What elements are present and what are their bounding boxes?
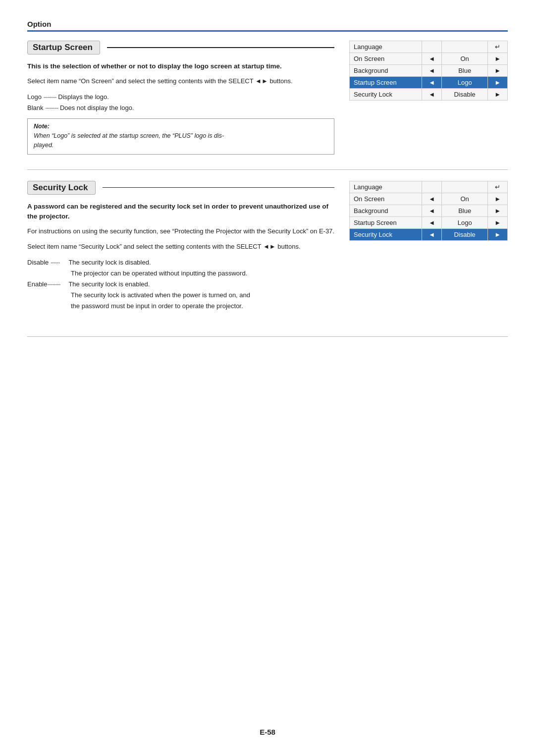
security-lock-list: Disable ······· The security lock is dis…	[27, 257, 334, 312]
menu-cell-language-name-1: Language	[350, 41, 422, 53]
startup-screen-bold: This is the selection of whether or not …	[27, 61, 334, 71]
security-lock-menu: Language ↵ On Screen ◄ On ► Background ◄	[349, 181, 508, 241]
startup-screen-title: Startup Screen	[27, 41, 100, 54]
menu-row-onscreen-2: On Screen ◄ On ►	[350, 193, 508, 205]
menu-cell-background-name-1: Background	[350, 65, 422, 77]
menu-cell-startupscreen-arrowleft-2: ◄	[422, 216, 442, 228]
startup-screen-para1: Select item name “On Screen” and select …	[27, 76, 334, 87]
menu-cell-startupscreen-value-1: Logo	[442, 77, 488, 89]
startup-screen-title-line	[107, 47, 334, 48]
menu-cell-startupscreen-name-1: Startup Screen	[350, 77, 422, 89]
menu-cell-startupscreen-name-2: Startup Screen	[350, 216, 422, 228]
page-number: E-58	[260, 728, 275, 736]
select-arrows-2: ◄►	[263, 243, 276, 250]
list-indent-enable2	[27, 301, 67, 312]
list-label-disable: Disable ·······	[27, 257, 67, 268]
menu-cell-startupscreen-arrowleft-1: ◄	[422, 77, 442, 89]
security-lock-list-disable: Disable ······· The security lock is dis…	[27, 257, 334, 268]
section-divider-1	[27, 169, 508, 170]
menu-cell-securitylock-arrowleft-1: ◄	[422, 89, 442, 101]
security-lock-list-enable-cont2: the password must be input in order to o…	[27, 301, 334, 312]
startup-screen-right: Language ↵ On Screen ◄ On ► Background ◄	[349, 41, 508, 155]
menu-cell-securitylock-arrowleft-2: ◄	[422, 228, 442, 240]
startup-screen-list-item-blank: Blank ·········· Does not display the lo…	[27, 103, 334, 113]
startup-screen-list-item-logo: Logo ·········· Displays the logo.	[27, 92, 334, 103]
list-desc-logo: Displays the logo.	[56, 92, 109, 103]
menu-cell-securitylock-name-2: Security Lock	[350, 228, 422, 240]
menu-cell-language-arrow-left-2	[422, 181, 442, 193]
security-lock-right: Language ↵ On Screen ◄ On ► Background ◄	[349, 181, 508, 317]
menu-row-startupscreen-2: Startup Screen ◄ Logo ►	[350, 216, 508, 228]
menu-cell-securitylock-value-1: Disable	[442, 89, 488, 101]
list-indent-enable1	[27, 290, 67, 301]
startup-screen-note-content: When “Logo” is selected at the startup s…	[34, 131, 328, 150]
menu-row-language-2: Language ↵	[350, 181, 508, 193]
security-lock-title-row: Security Lock	[27, 181, 334, 195]
menu-cell-language-icon-2: ↵	[488, 181, 508, 193]
menu-cell-language-icon-1: ↵	[488, 41, 508, 53]
page-footer: E-58	[0, 728, 535, 736]
security-lock-title-line	[103, 187, 335, 188]
menu-cell-onscreen-arrowleft-1: ◄	[422, 53, 442, 65]
select-arrows-1: ◄►	[255, 77, 268, 85]
menu-cell-startupscreen-arrowright-2: ►	[488, 216, 508, 228]
security-lock-para1: For instructions on using the security f…	[27, 226, 334, 237]
menu-row-securitylock-2: Security Lock ◄ Disable ►	[350, 228, 508, 240]
security-lock-list-enable-cont1: The security lock is activated when the …	[27, 290, 334, 301]
menu-cell-startupscreen-arrowright-1: ►	[488, 77, 508, 89]
menu-cell-background-arrowleft-1: ◄	[422, 65, 442, 77]
menu-cell-background-arrowleft-2: ◄	[422, 205, 442, 216]
list-desc-enable: The security lock is enabled.	[67, 279, 150, 290]
menu-cell-onscreen-arrowright-1: ►	[488, 53, 508, 65]
menu-cell-securitylock-arrowright-1: ►	[488, 89, 508, 101]
list-desc-enable-cont1: The security lock is activated when the …	[67, 290, 250, 301]
menu-row-background-1: Background ◄ Blue ►	[350, 65, 508, 77]
menu-cell-language-name-2: Language	[350, 181, 422, 193]
menu-cell-securitylock-value-2: Disable	[442, 228, 488, 240]
menu-cell-background-value-2: Blue	[442, 205, 488, 216]
menu-cell-securitylock-name-1: Security Lock	[350, 89, 422, 101]
startup-screen-section: Startup Screen This is the selection of …	[27, 41, 508, 155]
page-header: Option	[27, 20, 508, 32]
menu-cell-onscreen-arrowleft-2: ◄	[422, 193, 442, 205]
menu-cell-startupscreen-value-2: Logo	[442, 216, 488, 228]
list-desc-disable: The security lock is disabled.	[67, 257, 151, 268]
page-header-title: Option	[27, 20, 51, 28]
menu-cell-onscreen-value-1: On	[442, 53, 488, 65]
startup-screen-note-title: Note:	[34, 123, 328, 130]
menu-cell-onscreen-name-1: On Screen	[350, 53, 422, 65]
menu-cell-background-name-2: Background	[350, 205, 422, 216]
list-label-enable: Enable··········	[27, 279, 67, 290]
list-desc-disable-cont: The projector can be operated without in…	[67, 268, 247, 279]
menu-cell-background-arrowright-1: ►	[488, 65, 508, 77]
menu-cell-background-value-1: Blue	[442, 65, 488, 77]
menu-row-background-2: Background ◄ Blue ►	[350, 205, 508, 216]
menu-cell-language-value-1	[442, 41, 488, 53]
list-desc-blank: Does not display the logo.	[58, 103, 134, 113]
menu-row-onscreen-1: On Screen ◄ On ►	[350, 53, 508, 65]
page-container: Option Startup Screen This is the select…	[0, 0, 535, 756]
security-lock-left: Security Lock A password can be register…	[27, 181, 334, 317]
startup-screen-note-box: Note: When “Logo” is selected at the sta…	[27, 118, 334, 155]
list-indent-disable	[27, 268, 67, 279]
security-lock-list-disable-cont: The projector can be operated without in…	[27, 268, 334, 279]
menu-row-securitylock-1: Security Lock ◄ Disable ►	[350, 89, 508, 101]
menu-cell-onscreen-value-2: On	[442, 193, 488, 205]
menu-cell-language-arrow-left-1	[422, 41, 442, 53]
menu-cell-onscreen-name-2: On Screen	[350, 193, 422, 205]
startup-screen-left: Startup Screen This is the selection of …	[27, 41, 334, 155]
security-lock-bold: A password can be registered and the sec…	[27, 202, 334, 222]
startup-screen-menu: Language ↵ On Screen ◄ On ► Background ◄	[349, 41, 508, 101]
list-desc-enable-cont2: the password must be input in order to o…	[67, 301, 243, 312]
list-label-blank: Blank ··········	[27, 103, 58, 113]
startup-screen-title-row: Startup Screen	[27, 41, 334, 54]
list-label-logo: Logo ··········	[27, 92, 56, 103]
security-lock-section: Security Lock A password can be register…	[27, 181, 508, 317]
menu-cell-securitylock-arrowright-2: ►	[488, 228, 508, 240]
menu-cell-onscreen-arrowright-2: ►	[488, 193, 508, 205]
security-lock-para2: Select item name “Security Lock” and sel…	[27, 242, 334, 252]
menu-cell-background-arrowright-2: ►	[488, 205, 508, 216]
menu-row-language-1: Language ↵	[350, 41, 508, 53]
security-lock-title: Security Lock	[27, 181, 96, 195]
security-lock-list-enable: Enable·········· The security lock is en…	[27, 279, 334, 290]
